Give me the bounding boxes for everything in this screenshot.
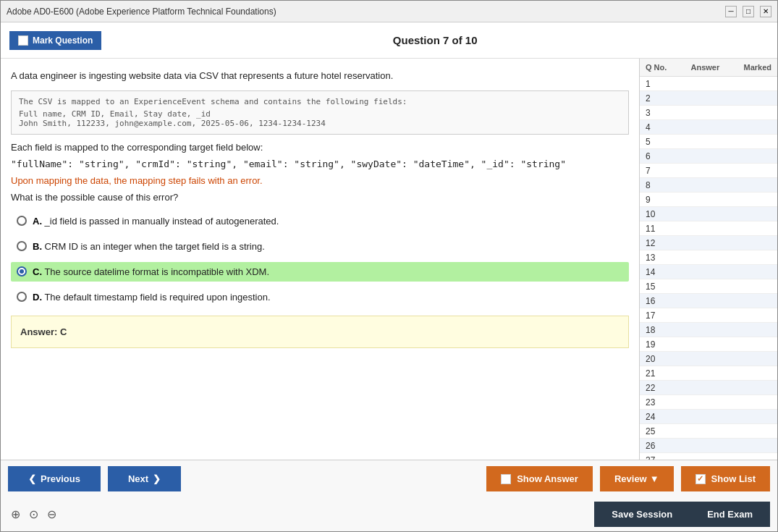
sidebar-row[interactable]: 27 [640, 453, 777, 460]
sidebar-row[interactable]: 8 [640, 178, 777, 193]
sidebar: Q No. Answer Marked 12345678910111213141… [640, 59, 777, 460]
sidebar-row[interactable]: 1 [640, 77, 777, 91]
answer-box: Answer: C [11, 316, 629, 348]
sidebar-row[interactable]: 7 [640, 164, 777, 178]
toolbar: Mark Question Question 7 of 10 [1, 22, 777, 59]
sidebar-qno-cell: 23 [646, 397, 675, 408]
sidebar-row[interactable]: 3 [640, 106, 777, 120]
bottom-row1: Previous Next Show Answer Review ▼ ✓ Sho… [1, 460, 777, 497]
sidebar-row[interactable]: 10 [640, 207, 777, 221]
previous-button[interactable]: Previous [8, 466, 101, 491]
option-b[interactable]: B. CRM ID is an integer when the target … [11, 237, 629, 256]
show-answer-label: Show Answer [517, 473, 578, 484]
sidebar-row[interactable]: 22 [640, 381, 777, 395]
sidebar-qno-cell: 20 [646, 354, 675, 364]
sidebar-qno-cell: 21 [646, 368, 675, 379]
sidebar-qno-cell: 8 [646, 180, 675, 190]
sidebar-qno-cell: 26 [646, 441, 675, 451]
sidebar-qno-cell: 25 [646, 426, 675, 436]
csv-values: John Smith, 112233, john@example.com, 20… [19, 119, 621, 128]
review-button[interactable]: Review ▼ [600, 466, 674, 491]
sidebar-qno-cell: 14 [646, 267, 675, 277]
show-list-label: Show List [711, 473, 756, 484]
sidebar-row[interactable]: 23 [640, 395, 777, 410]
zoom-reset-button[interactable]: ⊙ [26, 506, 41, 523]
option-d-radio[interactable] [17, 292, 27, 302]
sidebar-qno-cell: 10 [646, 209, 675, 219]
option-a[interactable]: A. _id field is passed in manually inste… [11, 211, 629, 231]
next-label: Next [128, 473, 148, 484]
sidebar-row[interactable]: 2 [640, 91, 777, 106]
option-a-radio[interactable] [17, 216, 27, 226]
mapping-intro: Each field is mapped to the correspondin… [11, 142, 629, 153]
sidebar-qno-cell: 7 [646, 166, 675, 176]
sidebar-marked-header: Marked [743, 63, 771, 72]
sidebar-row[interactable]: 11 [640, 221, 777, 236]
option-c[interactable]: C. The source datelime format is incompa… [11, 262, 629, 282]
answer-text: Answer: C [20, 326, 67, 337]
sidebar-row[interactable]: 16 [640, 294, 777, 308]
window-title: Adobe AD0-E600 (Adobe Experience Platfor… [7, 7, 276, 17]
mark-checkbox-icon [18, 35, 28, 46]
sidebar-row[interactable]: 21 [640, 366, 777, 381]
sidebar-qno-cell: 19 [646, 339, 675, 350]
maximize-button[interactable]: □ [743, 6, 754, 17]
show-list-button[interactable]: ✓ Show List [681, 466, 770, 491]
sidebar-qno-cell: 22 [646, 383, 675, 393]
mark-question-button[interactable]: Mark Question [9, 31, 101, 50]
option-d[interactable]: D. The default timestamp field is requir… [11, 287, 629, 307]
bottom-bar: Previous Next Show Answer Review ▼ ✓ Sho… [1, 460, 777, 531]
sidebar-row[interactable]: 12 [640, 236, 777, 250]
window-controls: ─ □ ✕ [725, 6, 771, 17]
sidebar-row[interactable]: 4 [640, 120, 777, 135]
sidebar-row[interactable]: 14 [640, 265, 777, 279]
end-exam-label: End Exam [707, 509, 753, 520]
sidebar-row[interactable]: 18 [640, 323, 777, 337]
sidebar-row[interactable]: 19 [640, 337, 777, 352]
sidebar-qno-cell: 18 [646, 325, 675, 335]
sidebar-row[interactable]: 6 [640, 149, 777, 164]
zoom-out-button[interactable]: ⊖ [44, 506, 59, 523]
option-a-label: A. _id field is passed in manually inste… [33, 216, 279, 227]
sidebar-row[interactable]: 24 [640, 410, 777, 424]
next-chevron-icon [153, 473, 161, 484]
sidebar-row[interactable]: 13 [640, 250, 777, 265]
sidebar-qno-cell: 9 [646, 195, 675, 205]
sidebar-row[interactable]: 9 [640, 193, 777, 207]
prev-chevron-icon [28, 473, 36, 484]
minimize-button[interactable]: ─ [725, 6, 737, 17]
csv-box: The CSV is mapped to an ExperienceEvent … [11, 90, 629, 135]
title-bar: Adobe AD0-E600 (Adobe Experience Platfor… [1, 1, 777, 22]
zoom-in-button[interactable]: ⊕ [8, 506, 23, 523]
sidebar-qno-cell: 11 [646, 224, 675, 234]
sidebar-qno-cell: 2 [646, 93, 675, 104]
sidebar-row[interactable]: 15 [640, 279, 777, 294]
question-panel: A data engineer is ingesting website dat… [1, 59, 640, 460]
sidebar-row[interactable]: 17 [640, 308, 777, 323]
sidebar-qno-cell: 5 [646, 137, 675, 147]
review-label: Review [614, 473, 647, 484]
sidebar-row[interactable]: 20 [640, 352, 777, 366]
sidebar-row[interactable]: 26 [640, 439, 777, 453]
options-list: A. _id field is passed in manually inste… [11, 211, 629, 307]
sidebar-qno-cell: 6 [646, 151, 675, 161]
sidebar-qno-cell: 4 [646, 122, 675, 132]
previous-label: Previous [41, 473, 80, 484]
sidebar-row[interactable]: 5 [640, 135, 777, 149]
sidebar-qno-cell: 15 [646, 282, 675, 292]
end-exam-button[interactable]: End Exam [690, 502, 770, 527]
save-session-button[interactable]: Save Session [594, 502, 690, 527]
save-session-label: Save Session [612, 509, 672, 520]
sidebar-row[interactable]: 25 [640, 424, 777, 439]
next-button[interactable]: Next [108, 466, 181, 491]
sidebar-qno-cell: 17 [646, 311, 675, 321]
option-c-radio[interactable] [17, 266, 27, 276]
option-b-radio[interactable] [17, 241, 27, 251]
zoom-controls: ⊕ ⊙ ⊖ [8, 506, 59, 523]
sidebar-header: Q No. Answer Marked [640, 59, 777, 77]
json-mapping: "fullName": "string", "crmId": "string",… [11, 159, 629, 169]
close-button[interactable]: ✕ [760, 6, 771, 17]
option-d-label: D. The default timestamp field is requir… [33, 292, 271, 303]
show-answer-button[interactable]: Show Answer [486, 466, 593, 491]
sidebar-qno-cell: 3 [646, 108, 675, 118]
